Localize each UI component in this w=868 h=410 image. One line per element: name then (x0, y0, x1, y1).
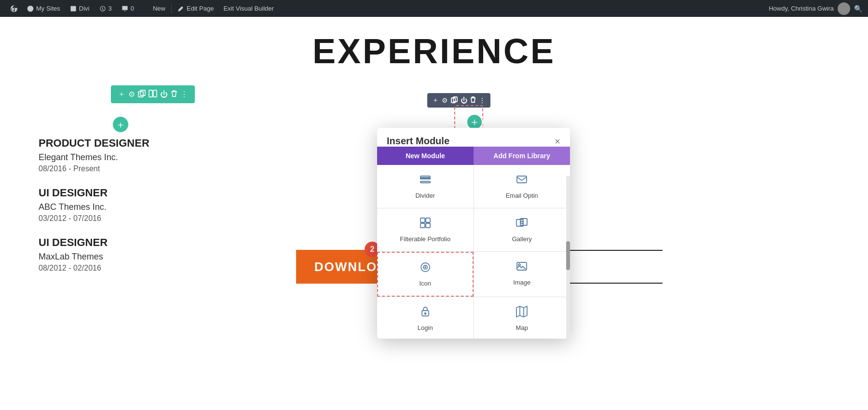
svg-rect-4 (149, 90, 152, 97)
svg-marker-26 (516, 306, 527, 317)
module-item-divider[interactable]: Divider (377, 165, 474, 208)
row-more-icon[interactable]: ⋮ (180, 90, 188, 99)
gallery-icon (516, 217, 528, 232)
panel-close-button[interactable]: × (555, 137, 560, 146)
svg-rect-1 (70, 6, 76, 11)
search-icon[interactable]: 🔍 (854, 5, 862, 13)
svg-rect-3 (140, 90, 145, 96)
col-add-icon[interactable]: ＋ (432, 96, 439, 105)
panel-header: Insert Module × (377, 128, 570, 147)
col-more-icon[interactable]: ⋮ (479, 96, 486, 104)
tab-add-from-library[interactable]: Add From Library (474, 147, 570, 165)
svg-rect-10 (420, 181, 430, 183)
row-columns-icon[interactable] (149, 90, 157, 99)
svg-rect-2 (138, 92, 143, 97)
svg-point-25 (424, 313, 426, 314)
map-icon (516, 306, 528, 320)
page-title: EXPERIENCE (19, 31, 849, 71)
divi-link[interactable]: Divi (65, 0, 95, 17)
divi-label: Divi (79, 5, 90, 12)
svg-rect-13 (426, 218, 430, 222)
col-settings-icon[interactable]: ⚙ (442, 96, 448, 104)
module-label-gallery: Gallery (512, 235, 532, 243)
svg-point-23 (518, 264, 520, 266)
col-disable-icon[interactable]: ⏻ (461, 96, 467, 104)
module-label-login: Login (418, 324, 433, 331)
module-label-email-optin: Email Optin (506, 192, 538, 199)
svg-rect-15 (426, 223, 430, 228)
admin-bar: My Sites Divi 3 0 New Edit Page Exit Vis… (0, 0, 868, 17)
add-row-button[interactable]: ＋ (113, 117, 128, 132)
comments-link[interactable]: 0 (117, 0, 139, 17)
svg-rect-14 (420, 223, 425, 228)
edit-page-label: Edit Page (187, 5, 214, 12)
row-duplicate-icon[interactable] (138, 90, 146, 99)
svg-point-0 (27, 5, 34, 12)
svg-rect-5 (153, 90, 157, 97)
new-label: New (153, 5, 165, 12)
module-item-filterable-portfolio[interactable]: Filterable Portfolio (377, 208, 474, 251)
comments-count: 0 (131, 5, 134, 12)
svg-rect-9 (420, 178, 430, 179)
module-label-image: Image (513, 279, 530, 286)
row-delete-icon[interactable] (171, 90, 177, 99)
row-toolbar: ＋ ⚙ ⏻ ⋮ (111, 85, 195, 103)
icon-module-icon (420, 261, 431, 276)
greeting-text: Howdy, Christina Gwira (769, 5, 834, 12)
module-item-gallery[interactable]: Gallery (474, 208, 570, 251)
avatar (838, 2, 850, 15)
svg-rect-8 (420, 176, 430, 178)
panel-tabs: New Module Add From Library (377, 147, 570, 165)
module-label-filterable-portfolio: Filterable Portfolio (400, 235, 450, 243)
panel-title: Insert Module (387, 136, 449, 147)
insert-module-panel: Insert Module × New Module Add From Libr… (377, 128, 570, 339)
col-duplicate-icon[interactable] (451, 96, 458, 105)
module-label-divider: Divider (416, 192, 435, 199)
module-grid: Divider Email Optin Filterable Portfolio (377, 165, 570, 339)
admin-bar-right: Howdy, Christina Gwira 🔍 (769, 2, 862, 15)
email-optin-icon (516, 174, 528, 188)
col-toolbar: ＋ ⚙ ⏻ ⋮ (427, 93, 490, 108)
divider-icon (420, 174, 431, 188)
module-item-icon[interactable]: Icon (377, 252, 474, 297)
login-icon (420, 306, 431, 320)
svg-rect-11 (517, 176, 527, 183)
module-item-map[interactable]: Map (474, 297, 570, 339)
module-label-icon: Icon (419, 280, 431, 287)
svg-point-21 (425, 267, 426, 268)
page-content: EXPERIENCE ＋ ⚙ ⏻ ⋮ ＋ PRODUCT DESIGNER El… (0, 17, 868, 301)
module-label-map: Map (516, 324, 528, 331)
exit-builder-label: Exit Visual Builder (223, 5, 274, 12)
updates-link[interactable]: 3 (95, 0, 117, 17)
col-delete-icon[interactable] (470, 96, 476, 105)
module-item-login[interactable]: Login (377, 297, 474, 339)
filterable-portfolio-icon (420, 217, 431, 232)
new-link[interactable]: New (139, 0, 170, 17)
module-item-email-optin[interactable]: Email Optin (474, 165, 570, 208)
row-settings-icon[interactable]: ⚙ (128, 90, 135, 99)
exit-builder-link[interactable]: Exit Visual Builder (218, 0, 279, 17)
my-sites-label: My Sites (36, 5, 60, 12)
updates-count: 3 (108, 5, 112, 12)
row-add-icon[interactable]: ＋ (118, 89, 125, 99)
svg-point-18 (521, 221, 523, 224)
my-sites-link[interactable]: My Sites (22, 0, 65, 17)
edit-page-link[interactable]: Edit Page (173, 0, 218, 17)
image-icon (516, 260, 528, 275)
separator (171, 4, 172, 14)
svg-rect-12 (420, 218, 425, 222)
module-item-image[interactable]: Image (474, 252, 570, 297)
tab-new-module[interactable]: New Module (377, 147, 474, 165)
row-disable-icon[interactable]: ⏻ (160, 90, 168, 99)
wp-icon-link[interactable] (6, 0, 22, 17)
